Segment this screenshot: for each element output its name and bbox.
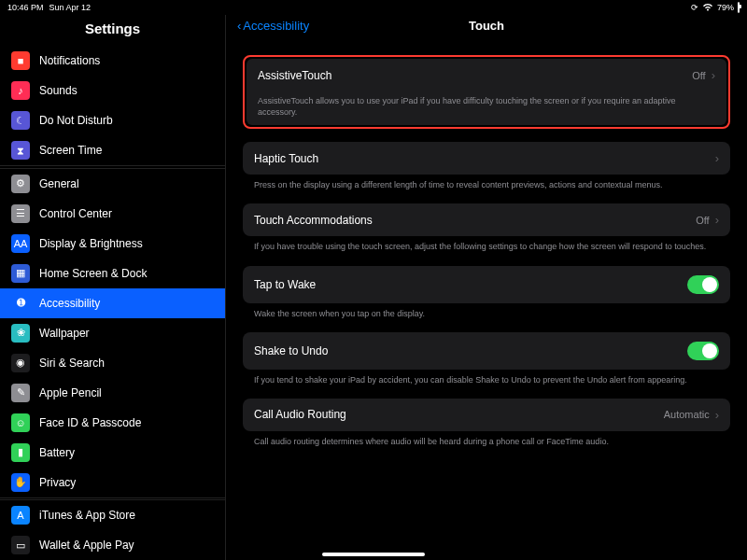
chevron-right-icon: › — [712, 68, 715, 82]
sidebar-item-wallet-apple-pay[interactable]: ▭Wallet & Apple Pay — [0, 530, 225, 560]
section-footer: Wake the screen when you tap on the disp… — [243, 303, 730, 319]
shake-to-undo-cell[interactable]: Shake to Undo — [243, 332, 730, 370]
chevron-right-icon: › — [715, 213, 719, 227]
sidebar-item-label: Accessibility — [39, 297, 100, 310]
tap-to-wake-toggle[interactable] — [687, 275, 719, 294]
sidebar-item-control-center[interactable]: ☰Control Center — [0, 199, 225, 229]
status-date: Sun Apr 12 — [49, 3, 92, 12]
sidebar-title: Settings — [0, 15, 225, 46]
section-footer: If you tend to shake your iPad by accide… — [243, 370, 730, 385]
back-button[interactable]: ‹ Accessibility — [237, 19, 309, 33]
sidebar-item-label: Sounds — [39, 84, 78, 97]
haptic-touch-cell[interactable]: Haptic Touch› — [243, 142, 730, 175]
privacy-icon: ✋ — [11, 473, 30, 492]
shake-to-undo-toggle[interactable] — [687, 342, 719, 360]
sidebar-item-label: iTunes & App Store — [39, 509, 135, 522]
sidebar-item-notifications[interactable]: ■Notifications — [0, 46, 225, 76]
wallpaper-icon: ❀ — [11, 324, 30, 343]
sidebar-item-label: Face ID & Passcode — [39, 416, 141, 429]
chevron-right-icon: › — [715, 151, 719, 165]
section-footer: If you have trouble using the touch scre… — [243, 236, 730, 252]
sidebar-item-label: Screen Time — [39, 144, 102, 157]
home-screen-dock-icon: ▦ — [11, 264, 30, 283]
sidebar-item-wallpaper[interactable]: ❀Wallpaper — [0, 318, 225, 348]
chevron-right-icon: › — [715, 408, 719, 422]
sidebar-item-label: Wallpaper — [39, 327, 90, 340]
detail-pane: ‹ Accessibility Touch AssistiveTouchOff›… — [226, 15, 747, 560]
cell-label: Haptic Touch — [254, 152, 318, 165]
cell-label: Shake to Undo — [254, 344, 328, 357]
sidebar-item-label: Do Not Disturb — [39, 114, 113, 127]
call-audio-routing-cell[interactable]: Call Audio RoutingAutomatic› — [243, 399, 730, 431]
cell-label: Call Audio Routing — [254, 408, 346, 421]
section-footer: Call audio routing determines where audi… — [243, 431, 730, 447]
orientation-lock-icon: ⟳ — [691, 3, 698, 12]
face-id-passcode-icon: ☺ — [11, 413, 30, 432]
notifications-icon: ■ — [11, 51, 30, 70]
sidebar-item-label: Privacy — [39, 476, 76, 489]
sidebar-item-label: Apple Pencil — [39, 386, 102, 399]
cell-value: Automatic — [664, 409, 710, 420]
sidebar-item-home-screen-dock[interactable]: ▦Home Screen & Dock — [0, 259, 225, 288]
sidebar-item-siri-search[interactable]: ◉Siri & Search — [0, 348, 225, 378]
wifi-icon — [702, 3, 713, 13]
battery-icon: ▮ — [11, 443, 30, 462]
sidebar-item-label: Siri & Search — [39, 357, 105, 370]
tap-to-wake-cell[interactable]: Tap to Wake — [243, 266, 730, 303]
sidebar-item-label: Display & Brightness — [39, 237, 143, 250]
status-bar: 10:46 PM Sun Apr 12 ⟳ 79% — [0, 0, 747, 15]
sidebar-item-screen-time[interactable]: ⧗Screen Time — [0, 135, 225, 165]
section-footer: Press on the display using a different l… — [243, 175, 730, 190]
sidebar-item-label: Home Screen & Dock — [39, 267, 147, 280]
accessibility-icon: ➊ — [11, 294, 30, 313]
cell-label: Touch Accommodations — [254, 214, 373, 227]
battery-icon — [738, 3, 740, 12]
touch-accommodations-cell[interactable]: Touch AccommodationsOff› — [243, 203, 730, 236]
sounds-icon: ♪ — [11, 81, 30, 100]
wallet-apple-pay-icon: ▭ — [11, 536, 30, 554]
sidebar-item-face-id-passcode[interactable]: ☺Face ID & Passcode — [0, 408, 225, 438]
sidebar-item-apple-pencil[interactable]: ✎Apple Pencil — [0, 378, 225, 408]
sidebar-item-accessibility[interactable]: ➊Accessibility — [0, 288, 225, 318]
apple-pencil-icon: ✎ — [11, 384, 30, 402]
display-brightness-icon: AA — [11, 234, 30, 253]
sidebar-item-do-not-disturb[interactable]: ☾Do Not Disturb — [0, 105, 225, 135]
do-not-disturb-icon: ☾ — [11, 111, 30, 130]
sidebar-item-label: Notifications — [39, 54, 100, 67]
sidebar-item-display-brightness[interactable]: AADisplay & Brightness — [0, 229, 225, 259]
chevron-left-icon: ‹ — [237, 19, 241, 33]
sidebar-item-privacy[interactable]: ✋Privacy — [0, 468, 225, 497]
screen-time-icon: ⧗ — [11, 141, 30, 160]
sidebar-item-general[interactable]: ⚙General — [0, 169, 225, 199]
battery-percent: 79% — [717, 3, 734, 12]
back-label: Accessibility — [243, 19, 309, 33]
sidebar-item-label: Control Center — [39, 207, 112, 220]
general-icon: ⚙ — [11, 175, 30, 193]
sidebar-item-sounds[interactable]: ♪Sounds — [0, 76, 225, 105]
siri-search-icon: ◉ — [11, 354, 30, 372]
control-center-icon: ☰ — [11, 204, 30, 223]
section-footer: AssistiveTouch allows you to use your iP… — [247, 91, 726, 125]
assistivetouch-cell[interactable]: AssistiveTouchOff› — [247, 59, 726, 91]
cell-value: Off — [692, 70, 705, 81]
cell-value: Off — [696, 215, 709, 226]
status-time: 10:46 PM — [7, 3, 44, 12]
sidebar-item-label: Wallet & Apple Pay — [39, 539, 134, 552]
cell-label: Tap to Wake — [254, 278, 316, 291]
settings-sidebar[interactable]: Settings ■Notifications♪Sounds☾Do Not Di… — [0, 15, 226, 560]
sidebar-item-label: General — [39, 177, 79, 190]
itunes-app-store-icon: A — [11, 506, 30, 525]
sidebar-item-battery[interactable]: ▮Battery — [0, 438, 225, 468]
sidebar-item-label: Battery — [39, 446, 75, 459]
sidebar-item-itunes-app-store[interactable]: AiTunes & App Store — [0, 500, 225, 530]
cell-label: AssistiveTouch — [258, 69, 331, 82]
home-indicator[interactable] — [322, 553, 425, 556]
